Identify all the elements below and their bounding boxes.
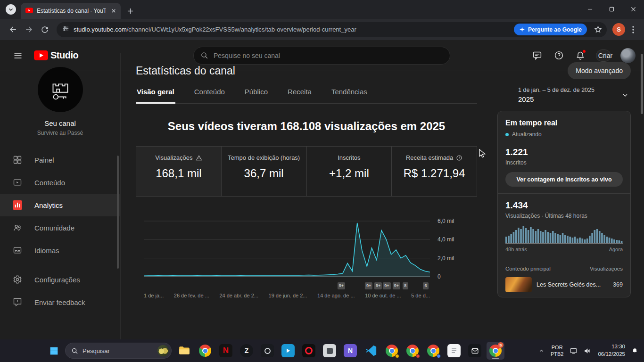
y-tick: 4,0 mil [438,236,454,243]
taskbar-app-netflix[interactable]: N [217,342,235,360]
address-bar[interactable]: studio.youtube.com/channel/UCWt1yUx5xgPo… [57,22,607,37]
reload-button[interactable] [37,22,53,38]
ask-google-label: Pergunte ao Google [528,26,582,33]
metric-card-visualizacoes[interactable]: Visualizações 168,1 mil [136,147,221,196]
sidebar-item-label: Configurações [34,276,80,284]
metric-label: Inscritos [338,154,360,161]
dashboard-icon [12,154,23,165]
subscriber-label: Inscritos [505,159,623,166]
tab-conteudo[interactable]: Conteúdo [193,80,226,103]
sidebar-item-conteudo[interactable]: Conteúdo [0,171,120,194]
chart-info-badge[interactable]: 9+ [383,282,390,289]
taskbar-app-chrome-profile-2[interactable] [404,342,421,360]
browser-profile-avatar[interactable]: S [612,23,625,36]
content-icon [12,177,23,188]
tab-publico[interactable]: Público [244,80,269,103]
browser-titlebar: Estatísticas do canal - YouTube [0,0,644,19]
chart-info-badge[interactable]: 9+ [393,282,400,289]
chart-info-badge[interactable]: 8 [403,282,408,289]
taskbar-app-notepad[interactable] [445,342,463,360]
top-content-row[interactable]: Les Secrets Gelés des... 369 [505,277,623,292]
x-tick: 24 de abr. de 2... [219,293,258,298]
start-button[interactable] [44,341,63,360]
language-indicator[interactable]: POR PTB2 [551,344,564,358]
profile-badge-dot [395,354,399,358]
sparkle-icon [519,26,525,33]
date-range-picker[interactable]: 1 de jan. – 5 de dez. de 2025 2025 [497,80,631,103]
site-settings-icon[interactable] [62,25,69,34]
taskbar-app-ring[interactable] [258,342,276,360]
taskbar-search[interactable]: Pesquisar [65,343,172,359]
taskbar-app-prime-video[interactable] [279,342,297,360]
metric-card-tempo-exibicao[interactable]: Tempo de exibição (horas) 36,7 mil [221,147,306,196]
taskbar-app-chrome[interactable] [196,342,214,360]
volume-icon[interactable] [584,347,592,355]
taskbar-app-z[interactable]: Z [238,342,256,360]
sidebar-item-label: Analytics [34,201,63,209]
back-button[interactable] [5,22,21,38]
browser-tab[interactable]: Estatísticas do canal - YouTube [21,3,121,19]
window-minimize-button[interactable] [579,0,601,18]
date-period: 2025 [518,95,594,103]
tab-close-button[interactable] [109,7,118,15]
castle-key-logo-icon [46,75,75,104]
taskbar-app-purple[interactable]: N [341,342,359,360]
clock[interactable]: 13:30 06/12/2025 [598,343,625,358]
browser-menu-button[interactable] [627,23,639,37]
tab-receita[interactable]: Receita [287,80,313,103]
taskbar-app-chrome-profile-3[interactable] [424,342,442,360]
taskbar-app-chrome-active[interactable]: S [487,342,504,360]
tab-search-button[interactable] [6,4,16,15]
y-axis-labels: 6,0 mil 4,0 mil 2,0 mil 0 [438,217,471,279]
advanced-mode-button[interactable]: Modo avançado [568,62,631,79]
views-48h-count: 1.434 [505,200,623,211]
metric-card-receita[interactable]: Receita estimada R$ 1.271,94 [391,147,477,196]
sidebar-item-idiomas[interactable]: Idiomas [0,239,120,262]
tab-tendencias[interactable]: Tendências [330,80,368,103]
bookmark-star-icon[interactable] [591,23,604,36]
chart-info-badge[interactable]: 9+ [338,282,345,289]
taskbar-app-vscode[interactable] [362,342,380,360]
video-thumbnail [505,277,532,292]
taskbar-app-chrome-profile-1[interactable] [383,342,401,360]
notification-bell-icon[interactable] [631,347,638,354]
analytics-icon [12,199,23,211]
metric-card-inscritos[interactable]: Inscritos +1,2 mil [306,147,392,196]
x-tick: 1 de ja... [144,293,164,298]
live-count-button[interactable]: Ver contagem de inscritos ao vivo [505,172,623,187]
metric-value: 168,1 mil [140,167,217,180]
axis-right-label: Agora [609,247,623,252]
ask-google-button[interactable]: Pergunte ao Google [514,24,587,35]
chart-info-badge[interactable]: 9+ [365,282,372,289]
channel-avatar[interactable] [38,67,83,112]
search-highlight-image[interactable] [157,345,169,356]
chart-info-badge[interactable]: 6 [423,282,429,289]
tab-title: Estatísticas do canal - YouTube [37,8,106,14]
cast-screen-icon[interactable] [570,347,578,355]
taskbar-app-mail[interactable] [466,342,484,360]
taskbar-app-opera[interactable] [300,342,318,360]
taskbar-app-gray[interactable] [321,342,339,360]
new-tab-button[interactable] [124,4,137,17]
windows-logo-icon [49,346,59,356]
sidebar-item-configuracoes[interactable]: Configurações [0,268,120,291]
tab-visao-geral[interactable]: Visão geral [136,80,175,103]
realtime-status: Atualizando [505,131,623,138]
summary-headline: Seus vídeos tiveram 168.108 visualizaçõe… [136,120,477,133]
sidebar-item-comunidade[interactable]: Comunidade [0,216,120,239]
page-scrollbar[interactable] [641,54,643,114]
chart-info-badge[interactable]: 9+ [374,282,382,289]
profile-badge: S [498,342,504,348]
taskbar-app-file-explorer[interactable] [175,342,193,360]
tray-chevron-up-icon[interactable] [538,348,545,354]
url-text: studio.youtube.com/channel/UCWt1yUx5xgPo… [74,26,356,33]
sidebar-scrollbar[interactable] [117,156,119,269]
forward-button[interactable] [21,22,37,38]
sidebar-item-analytics[interactable]: Analytics [0,194,120,216]
window-maximize-button[interactable] [601,0,622,18]
sidebar-item-enviar-feedback[interactable]: Enviar feedback [0,291,120,313]
window-close-button[interactable] [622,0,644,18]
divider [498,193,630,194]
sidebar-item-painel[interactable]: Painel [0,148,120,171]
plus-icon [127,8,133,14]
